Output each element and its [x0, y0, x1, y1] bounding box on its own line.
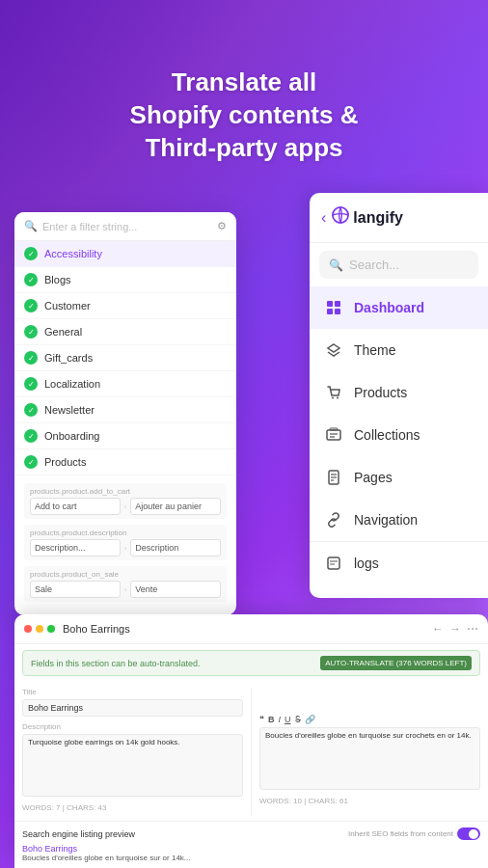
product-original: Sale [30, 581, 121, 598]
hero-text: Translate all Shopify contents & Third-p… [130, 67, 359, 164]
filter-label: Onboarding [44, 430, 100, 442]
filter-search-icon: 🔍 [24, 220, 38, 232]
langify-logo-icon [332, 206, 349, 229]
sidebar-item-products[interactable]: Products [310, 371, 488, 414]
seo-title: Boho Earrings [22, 844, 480, 854]
filter-item-accessibility[interactable]: Accessibility [14, 241, 236, 267]
sidebar-item-collections[interactable]: Collections [310, 414, 488, 456]
langify-logo: langify [332, 206, 403, 229]
svg-rect-1 [327, 301, 333, 307]
svg-rect-3 [327, 309, 333, 314]
product-original: Description... [30, 539, 121, 556]
filter-search-bar[interactable]: 🔍 Enter a filter string... ⚙ [14, 212, 236, 241]
page-icon [323, 467, 344, 488]
svg-rect-8 [330, 428, 338, 430]
nav-more-icon[interactable]: ⋯ [467, 622, 478, 636]
filter-label: Newsletter [44, 404, 95, 416]
product-translated: Vente [130, 581, 221, 598]
filter-item-giftcards[interactable]: Gift_cards [14, 345, 236, 371]
svg-point-5 [332, 397, 334, 399]
description-field[interactable]: Turquoise globe earrings on 14k gold hoo… [22, 734, 243, 797]
filter-item-products[interactable]: Products [14, 449, 236, 475]
nav-forward-icon[interactable]: → [449, 622, 461, 636]
translated-text: Boucles d'oreilles globe en turquoise su… [265, 731, 472, 740]
collection-icon [323, 424, 344, 446]
filter-item-newsletter[interactable]: Newsletter [14, 397, 236, 423]
translation-left: Title Boho Earrings Description Turquois… [14, 682, 251, 821]
check-icon [24, 351, 38, 365]
hero-section: Translate all Shopify contents & Third-p… [0, 0, 488, 203]
layers-icon [323, 339, 344, 361]
filter-item-onboarding[interactable]: Onboarding [14, 423, 236, 449]
cart-icon [323, 382, 344, 403]
sidebar-label: Dashboard [354, 300, 424, 315]
auto-translate-banner: Fields in this section can be auto-trans… [22, 650, 480, 676]
check-icon [24, 299, 38, 312]
check-icon [24, 403, 38, 417]
search-icon: 🔍 [329, 258, 343, 272]
toolbar-link[interactable]: 🔗 [305, 715, 315, 724]
check-icon [24, 455, 38, 469]
svg-rect-4 [335, 309, 340, 314]
product-row-description[interactable]: products.product.description Description… [24, 525, 227, 560]
product-key: products.product.description [30, 529, 221, 537]
hero-line2: Shopify contents & [130, 100, 359, 129]
seo-toggle-area: Inherit SEO fields from content [348, 827, 480, 840]
arrow-icon: › [124, 585, 127, 594]
word-count-translated: WORDS: 10 | CHARS: 61 [259, 794, 480, 808]
sidebar-item-pages[interactable]: Pages [310, 456, 488, 499]
link-icon [323, 509, 344, 530]
langify-sidebar: ‹ langify 🔍 Search... [310, 193, 488, 598]
back-button[interactable]: ‹ [321, 209, 326, 227]
description-label: Description [22, 722, 243, 731]
langify-logo-text: langify [353, 209, 403, 227]
sidebar-item-dashboard[interactable]: Dashboard [310, 286, 488, 329]
seo-section: Search engine listing preview Inherit SE… [14, 821, 488, 868]
search-placeholder: Search... [349, 258, 399, 272]
sidebar-item-theme[interactable]: Theme [310, 329, 488, 371]
title-label: Title [22, 688, 243, 696]
title-field[interactable]: Boho Earrings [22, 699, 243, 717]
svg-rect-15 [328, 557, 339, 569]
svg-rect-2 [335, 301, 340, 307]
editor-toolbar: ❝ B I U S̶ 🔗 [259, 712, 480, 727]
auto-translate-button[interactable]: AUTO-TRANSLATE (376 WORDS LEFT) [320, 656, 472, 670]
window-dot-green [47, 625, 55, 633]
langify-search-bar[interactable]: 🔍 Search... [319, 251, 478, 279]
toolbar-italic[interactable]: I [279, 715, 282, 724]
seo-description: Boucles d'oreilles globe en turquoise su… [22, 854, 480, 862]
word-count-original: WORDS: 7 | CHARS: 43 [22, 800, 243, 815]
filter-label: Customer [44, 300, 91, 312]
filter-item-general[interactable]: General [14, 319, 236, 345]
check-icon [24, 247, 38, 260]
sidebar-label: Collections [354, 427, 420, 443]
arrow-icon: › [124, 544, 127, 553]
nav-back-icon[interactable]: ← [432, 622, 444, 636]
filter-item-localization[interactable]: Localization [14, 371, 236, 397]
filter-search-placeholder: Enter a filter string... [42, 221, 217, 232]
product-key: products.product.add_to_cart [30, 487, 221, 496]
filter-item-blogs[interactable]: Blogs [14, 267, 236, 293]
sidebar-item-navigation[interactable]: Navigation [310, 499, 488, 541]
partial-label: logs [354, 556, 379, 571]
product-key: products.product_on_sale [30, 570, 221, 579]
translated-field[interactable]: Boucles d'oreilles globe en turquoise su… [259, 727, 480, 790]
card-title: Boho Earrings [63, 623, 432, 635]
product-row-sale[interactable]: products.product_on_sale Sale › Vente [24, 566, 227, 602]
sidebar-item-logs[interactable]: logs [310, 542, 488, 584]
filter-item-customer[interactable]: Customer [14, 293, 236, 319]
toolbar-quote[interactable]: ❝ [259, 715, 264, 724]
sidebar-label: Products [354, 385, 407, 400]
seo-label: Search engine listing preview [22, 829, 135, 839]
card-nav-icons: ← → ⋯ [432, 622, 478, 636]
toolbar-strikethrough[interactable]: S̶ [295, 715, 301, 724]
translation-right: ❝ B I U S̶ 🔗 Boucles d'oreilles globe en… [252, 682, 488, 821]
filter-icon: ⚙ [217, 220, 227, 232]
toolbar-underline[interactable]: U [285, 715, 291, 724]
product-original: Add to cart [30, 498, 121, 515]
toolbar-bold[interactable]: B [268, 715, 275, 724]
window-dot-yellow [36, 625, 43, 633]
seo-toggle[interactable] [457, 827, 480, 840]
translation-card: Boho Earrings ← → ⋯ Fields in this secti… [14, 614, 488, 868]
product-row-addtocart[interactable]: products.product.add_to_cart Add to cart… [24, 483, 227, 519]
